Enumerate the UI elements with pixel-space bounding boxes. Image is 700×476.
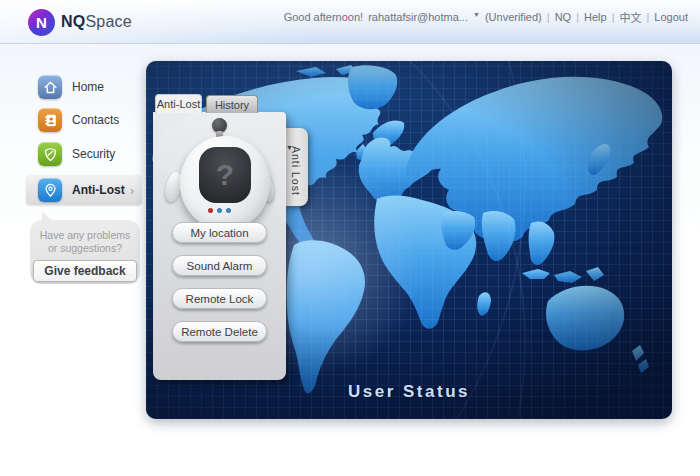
dropdown-caret-icon[interactable]: ▼ <box>473 11 480 18</box>
shield-icon <box>38 142 62 166</box>
feedback-line1: Have any problems <box>30 229 140 242</box>
robot-face: ? <box>199 147 251 203</box>
verification-status: (Unverified) <box>485 11 542 23</box>
user-account-strip: Good afternoon! rahattafsir@hotma... ▼ (… <box>284 9 688 25</box>
sound-alarm-button[interactable]: Sound Alarm <box>172 255 267 276</box>
feedback-prompt: Have any problems or suggestions? <box>30 220 140 255</box>
divider: | <box>612 11 615 23</box>
contacts-icon <box>38 108 62 132</box>
chevron-right-icon: › <box>130 183 134 198</box>
account-email-dropdown[interactable]: rahattafsir@hotma... <box>368 11 468 23</box>
greeting-text: Good afternoon! <box>284 11 364 23</box>
home-icon <box>38 75 62 99</box>
nqspace-logo[interactable]: N NQSpace <box>28 7 132 37</box>
sidebar-item-anti-lost[interactable]: Anti-Lost › <box>26 175 142 205</box>
location-pin-icon <box>38 178 62 202</box>
status-light-blue <box>226 208 231 213</box>
link-help[interactable]: Help <box>584 11 607 23</box>
status-light-red <box>208 208 213 213</box>
question-mark-glyph: ? <box>216 158 234 192</box>
sidebar-label-anti-lost: Anti-Lost <box>72 183 125 197</box>
remote-lock-button[interactable]: Remote Lock <box>172 288 267 309</box>
logo-nq-text: NQ <box>61 13 85 30</box>
link-logout[interactable]: Logout <box>654 11 688 23</box>
link-nq[interactable]: NQ <box>555 11 572 23</box>
sidebar-label-contacts: Contacts <box>72 113 119 127</box>
sidebar-label-security: Security <box>72 147 115 161</box>
robot-status-lights <box>153 208 286 213</box>
feedback-line2: or suggestions? <box>30 242 140 255</box>
divider: | <box>646 11 649 23</box>
anti-lost-control-panel: ? My location Sound Alarm Remote Lock Re… <box>153 112 286 380</box>
logo-wordmark: NQSpace <box>61 13 132 31</box>
sidebar-item-security[interactable]: Security <box>26 140 142 168</box>
anti-lost-map-panel: Anti-Lost History ▼ Anti Lost ? My <box>146 61 672 419</box>
anti-lost-side-tab[interactable]: ▼ Anti Lost <box>284 128 308 206</box>
give-feedback-button[interactable]: Give feedback <box>33 260 136 282</box>
divider: | <box>547 11 550 23</box>
nq-logo-icon: N <box>28 9 55 36</box>
sidebar-item-home[interactable]: Home <box>26 73 142 101</box>
page-root: N NQSpace Good afternoon! rahattafsir@ho… <box>0 0 700 476</box>
feedback-bubble: Have any problems or suggestions? Give f… <box>30 220 140 284</box>
status-light-blue <box>217 208 222 213</box>
tab-anti-lost[interactable]: Anti-Lost <box>155 94 202 113</box>
divider: | <box>576 11 579 23</box>
remote-delete-button[interactable]: Remote Delete <box>172 321 267 342</box>
tab-history[interactable]: History <box>206 95 258 113</box>
logo-space-text: Space <box>85 13 131 30</box>
sidebar-label-home: Home <box>72 80 104 94</box>
link-language[interactable]: 中文 <box>619 9 641 25</box>
my-location-button[interactable]: My location <box>172 222 267 243</box>
user-status-label: User Status <box>146 382 672 402</box>
sidebar-item-contacts[interactable]: Contacts <box>26 106 142 134</box>
collapse-arrow-icon: ▼ <box>286 144 293 151</box>
